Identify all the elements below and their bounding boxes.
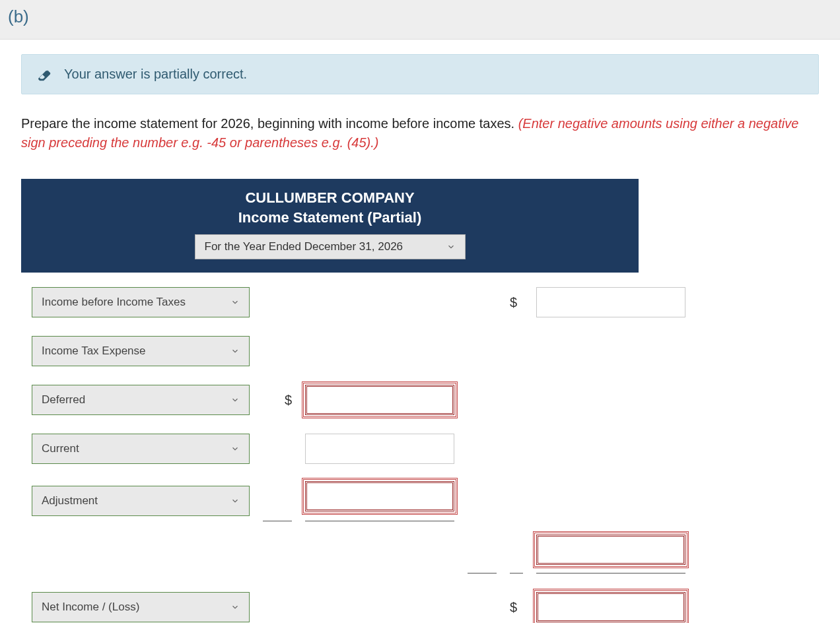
feedback-alert: Your answer is partially correct.: [21, 54, 819, 94]
currency-symbol: $: [510, 295, 523, 310]
chevron-down-icon: [230, 346, 240, 356]
chevron-down-icon: [230, 444, 240, 453]
subtotal-underline-mid: [32, 521, 639, 521]
dropdown-label: Deferred: [42, 393, 85, 407]
dropdown-label: Current: [42, 442, 79, 455]
currency-symbol: $: [510, 600, 523, 615]
content-area: Your answer is partially correct. Prepar…: [0, 40, 840, 623]
input-net-income[interactable]: [536, 592, 685, 622]
line-dropdown-income-before-taxes[interactable]: Income before Income Taxes: [32, 287, 250, 317]
dropdown-label: Income before Income Taxes: [42, 296, 186, 309]
subtotal-underline-right: [32, 573, 639, 574]
dropdown-label: Net Income / (Loss): [42, 601, 139, 614]
line-dropdown-deferred[interactable]: Deferred: [32, 385, 250, 415]
statement-header: CULLUMBER COMPANY Income Statement (Part…: [21, 179, 639, 273]
input-deferred[interactable]: [305, 385, 454, 415]
company-name: CULLUMBER COMPANY: [21, 189, 639, 207]
row-net-income: Net Income / (Loss) $: [32, 591, 639, 623]
statement-subtitle: Income Statement (Partial): [21, 209, 639, 226]
line-dropdown-current[interactable]: Current: [32, 434, 250, 464]
currency-symbol: $: [263, 393, 292, 408]
statement-body: Income before Income Taxes $ Income Tax …: [21, 273, 639, 623]
row-income-before-taxes: Income before Income Taxes $: [32, 286, 639, 319]
dropdown-label: Income Tax Expense: [42, 344, 146, 358]
chevron-down-icon: [230, 496, 240, 506]
chevron-down-icon: [230, 395, 240, 405]
statement-container: CULLUMBER COMPANY Income Statement (Part…: [21, 179, 639, 623]
part-header: (b): [0, 0, 840, 40]
alert-message: Your answer is partially correct.: [64, 67, 247, 81]
row-deferred: Deferred $: [32, 383, 639, 416]
row-income-tax-expense: Income Tax Expense: [32, 335, 639, 368]
input-current[interactable]: [305, 434, 454, 464]
period-selected-label: For the Year Ended December 31, 2026: [205, 240, 403, 253]
line-dropdown-income-tax-expense[interactable]: Income Tax Expense: [32, 336, 250, 366]
input-income-before-taxes[interactable]: [536, 287, 685, 317]
line-dropdown-net-income[interactable]: Net Income / (Loss): [32, 592, 250, 622]
input-tax-subtotal[interactable]: [536, 535, 685, 565]
instruction-main: Prepare the income statement for 2026, b…: [21, 116, 518, 131]
part-label: (b): [8, 7, 29, 26]
dropdown-label: Adjustment: [42, 494, 98, 508]
chevron-down-icon: [446, 242, 456, 251]
row-current: Current: [32, 432, 639, 465]
period-dropdown[interactable]: For the Year Ended December 31, 2026: [195, 234, 466, 259]
row-adjustment: Adjustment: [32, 481, 639, 521]
instruction-text: Prepare the income statement for 2026, b…: [21, 114, 819, 152]
input-adjustment[interactable]: [305, 481, 454, 511]
chevron-down-icon: [230, 603, 240, 612]
chevron-down-icon: [230, 298, 240, 307]
row-tax-subtotal: [32, 533, 639, 566]
line-dropdown-adjustment[interactable]: Adjustment: [32, 486, 250, 516]
eraser-icon: [38, 68, 52, 82]
